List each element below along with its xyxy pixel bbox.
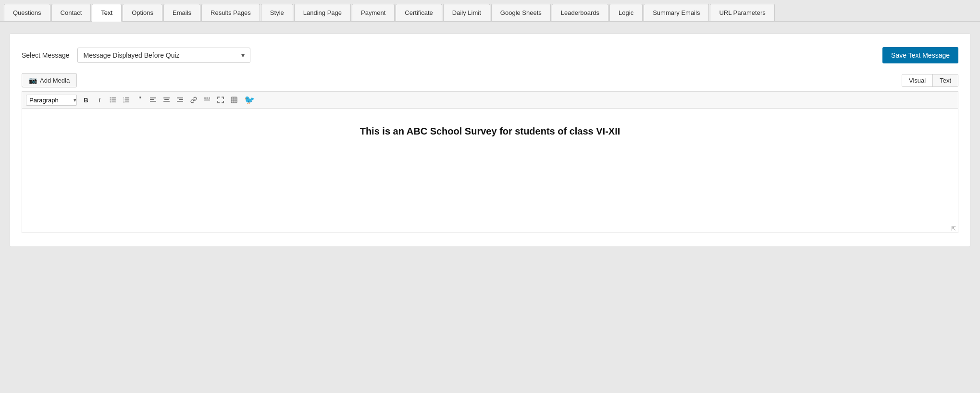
svg-rect-20 xyxy=(177,101,183,102)
editor-toolbar: Paragraph Heading 1 Heading 2 Heading 3 … xyxy=(22,91,958,108)
svg-rect-15 xyxy=(163,98,170,98)
svg-point-4 xyxy=(110,99,111,100)
tab-certificate[interactable]: Certificate xyxy=(396,4,442,21)
tab-options[interactable]: Options xyxy=(123,4,162,21)
svg-point-3 xyxy=(110,98,111,98)
svg-rect-7 xyxy=(125,99,129,100)
add-media-label: Add Media xyxy=(40,77,70,84)
svg-rect-24 xyxy=(209,98,210,98)
tab-url-parameters[interactable]: URL Parameters xyxy=(710,4,774,21)
svg-rect-12 xyxy=(150,98,156,98)
unordered-list-button[interactable] xyxy=(107,95,119,105)
text-view-button[interactable]: Text xyxy=(933,74,958,86)
editor-heading: This is an ABC School Survey for student… xyxy=(34,126,946,137)
svg-point-5 xyxy=(110,101,111,102)
tab-landing-page[interactable]: Landing Page xyxy=(294,4,351,21)
tab-bar: QuestionsContactTextOptionsEmailsResults… xyxy=(0,0,980,22)
view-toggle: Visual Text xyxy=(902,74,958,87)
select-message-left: Select Message Message Displayed Before … xyxy=(22,48,250,63)
bold-button[interactable]: B xyxy=(80,95,92,105)
align-left-button[interactable] xyxy=(147,95,160,105)
add-media-button[interactable]: 📷 Add Media xyxy=(22,73,77,87)
tab-emails[interactable]: Emails xyxy=(163,4,200,21)
svg-rect-13 xyxy=(150,99,154,100)
ordered-list-button[interactable]: 123 xyxy=(120,95,133,105)
fullscreen-button[interactable] xyxy=(214,95,227,105)
svg-rect-23 xyxy=(207,98,208,98)
svg-rect-2 xyxy=(112,102,116,103)
tab-style[interactable]: Style xyxy=(261,4,293,21)
svg-rect-16 xyxy=(164,99,169,100)
svg-rect-25 xyxy=(231,97,237,103)
add-media-row: 📷 Add Media Visual Text xyxy=(22,73,958,87)
text-editor-card: Select Message Message Displayed Before … xyxy=(10,33,970,247)
visual-view-button[interactable]: Visual xyxy=(902,74,933,86)
paragraph-select[interactable]: Paragraph Heading 1 Heading 2 Heading 3 … xyxy=(26,95,77,106)
align-right-button[interactable] xyxy=(174,95,186,105)
main-content: Select Message Message Displayed Before … xyxy=(0,22,980,258)
tab-leaderboards[interactable]: Leaderboards xyxy=(552,4,608,21)
blockquote-button[interactable]: " xyxy=(134,94,146,106)
svg-rect-14 xyxy=(150,101,156,102)
resize-handle[interactable]: ⇱ xyxy=(951,226,956,231)
tab-summary-emails[interactable]: Summary Emails xyxy=(644,4,709,21)
tab-questions[interactable]: Questions xyxy=(4,4,50,21)
add-media-icon: 📷 xyxy=(29,76,37,84)
message-dropdown[interactable]: Message Displayed Before QuizMessage Dis… xyxy=(77,48,250,63)
tab-results-pages[interactable]: Results Pages xyxy=(201,4,260,21)
horizontal-rule-button[interactable] xyxy=(201,95,213,105)
svg-rect-0 xyxy=(112,98,116,98)
select-message-row: Select Message Message Displayed Before … xyxy=(22,47,958,63)
align-center-button[interactable] xyxy=(161,95,173,105)
save-text-message-button[interactable]: Save Text Message xyxy=(882,47,958,63)
tab-logic[interactable]: Logic xyxy=(609,4,643,21)
link-button[interactable] xyxy=(187,95,200,105)
tab-google-sheets[interactable]: Google Sheets xyxy=(491,4,551,21)
svg-rect-8 xyxy=(125,102,129,103)
bird-icon-button[interactable]: 🐦 xyxy=(241,94,258,106)
editor-content: This is an ABC School Survey for student… xyxy=(34,126,946,137)
select-message-label: Select Message xyxy=(22,51,70,59)
svg-rect-22 xyxy=(204,98,206,98)
paragraph-select-wrapper: Paragraph Heading 1 Heading 2 Heading 3 … xyxy=(26,95,79,106)
svg-text:3: 3 xyxy=(124,101,125,103)
svg-rect-18 xyxy=(177,98,183,98)
svg-rect-21 xyxy=(204,100,210,101)
svg-rect-1 xyxy=(112,99,116,100)
tab-daily-limit[interactable]: Daily Limit xyxy=(443,4,490,21)
svg-rect-19 xyxy=(179,99,183,100)
editor-area[interactable]: This is an ABC School Survey for student… xyxy=(22,108,958,233)
svg-rect-17 xyxy=(163,101,170,102)
tab-payment[interactable]: Payment xyxy=(352,4,395,21)
italic-button[interactable]: I xyxy=(93,95,106,105)
tab-text[interactable]: Text xyxy=(92,4,122,22)
svg-rect-6 xyxy=(125,98,129,98)
tab-contact[interactable]: Contact xyxy=(51,4,91,21)
message-dropdown-wrapper: Message Displayed Before QuizMessage Dis… xyxy=(77,48,250,63)
table-button[interactable] xyxy=(228,95,240,105)
